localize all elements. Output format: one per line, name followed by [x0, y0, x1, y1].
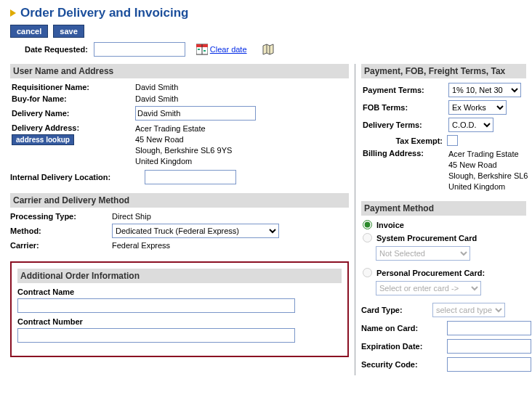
internal-loc-label: Internal Delivery Location: — [10, 173, 145, 181]
delivery-address-label: Delivery Address: — [12, 123, 79, 132]
section-payment-method: Payment Method — [361, 201, 526, 216]
name-on-card-label: Name on Card: — [361, 324, 447, 332]
pers-pcard-select: Select or enter card -> — [376, 281, 481, 295]
requisitioner-value: David Smith — [135, 83, 178, 91]
delivery-terms-select[interactable]: C.O.D. — [448, 118, 493, 132]
billing-address-line1: Acer Trading Estate — [448, 150, 519, 158]
billing-address: Acer Trading Estate 45 New Road Slough, … — [448, 149, 528, 192]
delivery-terms-label: Delivery Terms: — [361, 121, 448, 129]
section-additional: Additional Order Information — [17, 269, 342, 283]
billing-address-line4: United Kingdom — [448, 182, 505, 191]
security-code-label: Security Code: — [361, 360, 447, 369]
map-icon[interactable] — [262, 44, 274, 55]
radio-sys-pcard-label: System Procurement Card — [376, 234, 477, 242]
delivery-address-line2: 45 New Road — [135, 135, 184, 144]
delivery-address-line3: Slough, Berkshire SL6 9YS — [135, 146, 232, 155]
radio-invoice[interactable] — [363, 220, 372, 229]
radio-invoice-label: Invoice — [376, 221, 404, 229]
delivery-name-label: Delivery Name: — [10, 109, 135, 118]
method-label: Method: — [10, 227, 112, 235]
date-requested-label: Date Requested: — [25, 45, 88, 54]
carrier-value: Federal Express — [112, 241, 170, 250]
toolbar: cancel save — [10, 25, 526, 38]
card-type-select: select card type — [432, 303, 505, 317]
sys-pcard-select: Not Selected — [376, 246, 470, 261]
buyfor-value: David Smith — [135, 94, 178, 103]
expiration-date-label: Expiration Date: — [361, 342, 447, 351]
processing-type-value: Direct Ship — [112, 212, 151, 221]
section-user-address: User Name and Address — [10, 64, 349, 78]
delivery-address-line1: Acer Trading Estate — [135, 124, 206, 133]
page-title: Order Delivery and Invoicing — [20, 6, 188, 20]
internal-loc-input[interactable] — [145, 170, 236, 184]
address-lookup-button[interactable]: address lookup — [12, 134, 74, 145]
additional-info-box: Additional Order Information Contract Na… — [10, 261, 349, 357]
security-code-input — [447, 357, 531, 372]
requisitioner-label: Requisitioner Name: — [10, 83, 135, 91]
fob-terms-label: FOB Terms: — [361, 103, 448, 112]
section-carrier: Carrier and Delivery Method — [10, 193, 349, 208]
payment-terms-select[interactable]: 1% 10, Net 30 — [448, 83, 521, 97]
name-on-card-input — [447, 321, 531, 335]
svg-marker-5 — [263, 44, 273, 54]
triangle-icon — [10, 9, 16, 17]
column-divider — [355, 64, 355, 375]
fob-terms-select[interactable]: Ex Works — [448, 100, 507, 115]
billing-address-line3: Slough, Berkshire SL6 — [448, 171, 528, 180]
buyfor-label: Buy-for Name: — [10, 94, 135, 103]
processing-type-label: Processing Type: — [10, 212, 112, 221]
contract-name-label: Contract Name — [17, 287, 342, 296]
contract-name-input[interactable] — [17, 298, 295, 313]
clear-date-link[interactable]: Clear date — [210, 45, 247, 54]
page-title-row: Order Delivery and Invoicing — [10, 6, 526, 20]
svg-rect-4 — [203, 50, 206, 52]
section-payment-terms: Payment, FOB, Freight Terms, Tax — [361, 64, 526, 78]
cancel-button[interactable]: cancel — [10, 25, 48, 38]
date-requested-input[interactable] — [94, 42, 185, 57]
delivery-name-input[interactable] — [135, 106, 256, 121]
radio-pers-pcard[interactable] — [363, 268, 372, 277]
date-requested-row: Date Requested: Clear date — [25, 42, 526, 57]
method-select[interactable]: Dedicated Truck (Federal Express) — [112, 224, 279, 238]
delivery-address-line4: United Kingdom — [135, 157, 192, 166]
carrier-label: Carrier: — [10, 241, 112, 250]
contract-number-input[interactable] — [17, 328, 295, 343]
tax-exempt-label: Tax Exempt: — [361, 136, 447, 145]
radio-sys-pcard[interactable] — [363, 233, 372, 242]
svg-rect-3 — [198, 49, 200, 50]
delivery-address: Acer Trading Estate 45 New Road Slough, … — [135, 123, 232, 167]
billing-address-line2: 45 New Road — [448, 160, 497, 169]
payment-terms-label: Payment Terms: — [361, 86, 448, 94]
billing-address-label: Billing Address: — [361, 149, 448, 158]
tax-exempt-checkbox[interactable] — [447, 135, 458, 146]
radio-pers-pcard-label: Personal Procurement Card: — [376, 269, 485, 277]
contract-number-label: Contract Number — [17, 317, 342, 326]
card-type-label: Card Type: — [361, 306, 432, 314]
calendar-icon[interactable] — [196, 44, 208, 55]
save-button[interactable]: save — [53, 25, 84, 38]
expiration-date-input — [447, 339, 531, 354]
